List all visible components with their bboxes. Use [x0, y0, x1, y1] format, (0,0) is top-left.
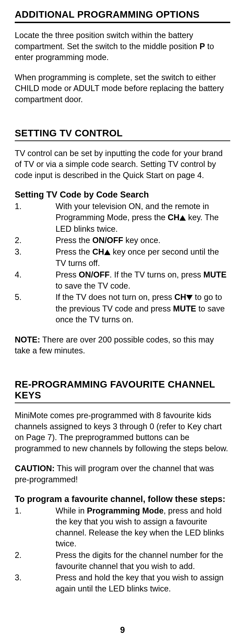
- document-page: ADDITIONAL PROGRAMMING OPTIONS Locate th…: [0, 0, 245, 644]
- text: to save the TV code.: [56, 281, 130, 290]
- bold-text: MUTE: [173, 304, 196, 313]
- list-item: Press the ON/OFF key once.: [15, 235, 230, 246]
- svg-marker-1: [104, 250, 110, 255]
- text: key once.: [123, 236, 160, 245]
- section-heading-additional-programming: ADDITIONAL PROGRAMMING OPTIONS: [15, 9, 230, 20]
- paragraph: Locate the three position switch within …: [15, 30, 230, 63]
- bold-text: CH: [174, 292, 186, 302]
- caution-label: CAUTION:: [15, 464, 55, 473]
- note-label: NOTE:: [15, 335, 40, 344]
- triangle-up-icon: [179, 212, 186, 224]
- triangle-down-icon: [186, 292, 193, 303]
- numbered-list: With your television ON, and the remote …: [15, 201, 230, 325]
- list-item: Press ON/OFF. If the TV turns on, press …: [15, 269, 230, 291]
- text: Press the: [56, 247, 92, 256]
- sub-heading-program-favourite: To program a favourite channel, follow t…: [15, 494, 230, 504]
- bold-text: ON/OFF: [79, 270, 110, 279]
- list-item: Press the digits for the channel number …: [15, 550, 230, 572]
- text: . If the TV turns on, press: [110, 270, 203, 279]
- paragraph: When programming is complete, set the sw…: [15, 72, 230, 105]
- paragraph: MiniMote comes pre-programmed with 8 fav…: [15, 410, 230, 454]
- bold-text: MUTE: [203, 270, 227, 279]
- svg-marker-0: [179, 215, 186, 221]
- note-paragraph: NOTE: There are over 200 possible codes,…: [15, 334, 230, 356]
- section-heading-setting-tv-control: SETTING TV CONTROL: [15, 128, 230, 139]
- text: While in: [56, 506, 87, 515]
- bold-text: ON/OFF: [92, 236, 123, 245]
- sub-heading-code-search: Setting TV Code by Code Search: [15, 190, 230, 200]
- bold-text: CH: [168, 213, 179, 222]
- list-item: If the TV does not turn on, press CH to …: [15, 292, 230, 325]
- caution-paragraph: CAUTION: This will program over the chan…: [15, 463, 230, 485]
- text: There are over 200 possible codes, so th…: [15, 335, 214, 356]
- divider: [15, 140, 230, 141]
- divider: [15, 22, 230, 23]
- paragraph: TV control can be set by inputting the c…: [15, 148, 230, 181]
- page-number: 9: [0, 625, 245, 635]
- spacer: [15, 366, 230, 379]
- list-item: Press the CH key once per second until t…: [15, 246, 230, 269]
- list-item: While in Programming Mode, press and hol…: [15, 505, 230, 549]
- numbered-list: While in Programming Mode, press and hol…: [15, 505, 230, 594]
- spacer: [15, 114, 230, 128]
- text: Press: [56, 270, 79, 279]
- bold-text: P: [199, 42, 205, 51]
- text: Locate the three position switch within …: [15, 30, 199, 51]
- list-item: With your television ON, and the remote …: [15, 201, 230, 234]
- text: Press the: [56, 236, 92, 245]
- bold-text: Programming Mode: [87, 506, 164, 515]
- section-heading-reprogramming: RE-PROGRAMMING FAVOURITE CHANNEL KEYS: [15, 379, 230, 401]
- bold-text: CH: [92, 247, 104, 256]
- list-item: Press and hold the key that you wish to …: [15, 572, 230, 594]
- triangle-up-icon: [104, 247, 110, 258]
- text: If the TV does not turn on, press: [56, 292, 174, 302]
- divider: [15, 402, 230, 403]
- svg-marker-2: [186, 295, 193, 300]
